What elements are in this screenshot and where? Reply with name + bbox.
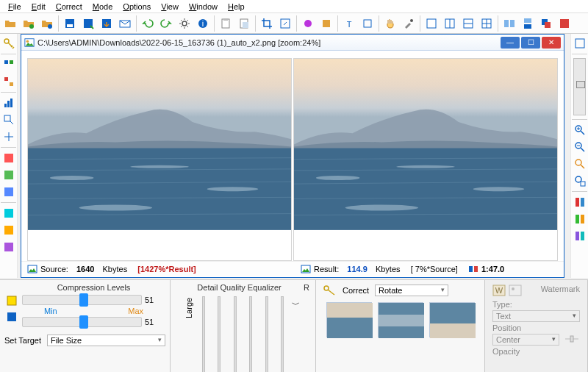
morecolor-b-icon[interactable]: [1, 222, 17, 238]
menu-edit[interactable]: Edit: [26, 1, 51, 12]
source-label: Source:: [40, 265, 68, 273]
color-b-icon[interactable]: [1, 167, 17, 183]
svg-point-0: [29, 24, 34, 29]
palette-b-icon[interactable]: [1, 74, 17, 90]
menu-window[interactable]: Window: [184, 1, 223, 12]
ratio-icon: [468, 264, 478, 274]
eq-sliders: [196, 296, 290, 372]
svg-point-73: [207, 187, 259, 191]
svg-rect-93: [327, 303, 373, 318]
compression-slider-2[interactable]: [22, 317, 142, 327]
eq-slider-6[interactable]: [279, 296, 285, 372]
menu-options[interactable]: Options: [118, 1, 156, 12]
rotate-thumb-3[interactable]: [429, 302, 475, 337]
menu-file[interactable]: File: [3, 1, 26, 12]
email-icon[interactable]: [116, 15, 134, 32]
menu-help[interactable]: Help: [223, 1, 250, 12]
swatch-c-icon[interactable]: [572, 228, 588, 244]
palette-a-icon[interactable]: [1, 57, 17, 73]
key-icon[interactable]: [1, 35, 17, 51]
stamp-icon[interactable]: [359, 15, 376, 32]
menu-mode[interactable]: Mode: [87, 1, 118, 12]
svg-rect-41: [7, 101, 10, 107]
eq-slider-2[interactable]: [216, 296, 222, 372]
color-c-icon[interactable]: [1, 184, 17, 200]
svg-rect-105: [570, 336, 573, 342]
menu-view[interactable]: View: [156, 1, 184, 12]
eq-slider-5[interactable]: [264, 296, 270, 372]
export-icon[interactable]: [98, 15, 115, 32]
fit-icon[interactable]: [572, 35, 588, 51]
undo-icon[interactable]: [139, 15, 157, 32]
crop-icon[interactable]: [258, 15, 276, 32]
left-toolbar: [0, 34, 18, 278]
source-unit: Kbytes: [103, 265, 128, 273]
eq-max-left-label: Max: [176, 296, 184, 372]
open-url-icon[interactable]: [38, 15, 56, 32]
resize-tool-icon[interactable]: [1, 112, 17, 128]
zoom-100-icon[interactable]: [572, 156, 588, 172]
equalizer-panel: Detail Quality Equalizer R Max ︿Large ﹀S…: [171, 280, 316, 372]
quality-preset-icon[interactable]: [4, 293, 19, 308]
text-tool-icon[interactable]: T: [340, 15, 358, 32]
svg-rect-20: [427, 19, 436, 28]
svg-rect-58: [576, 215, 579, 223]
help-icon[interactable]: i: [194, 15, 212, 32]
window-close-button[interactable]: ✕: [542, 37, 561, 49]
layout-grid-icon[interactable]: [478, 15, 495, 32]
flip-icon[interactable]: [1, 129, 17, 145]
rotate-thumb-1[interactable]: [326, 302, 372, 337]
compression-slider-1[interactable]: [22, 295, 142, 305]
set-target-combo[interactable]: File Size: [47, 335, 165, 346]
main-toolbar: i T: [0, 13, 588, 34]
layout-single-icon[interactable]: [423, 15, 440, 32]
eyedropper-icon[interactable]: [400, 15, 417, 32]
editor-titlebar[interactable]: C:\Users\ADMIN\Downloads\2022-06-15_1637…: [21, 35, 564, 51]
window-maximize-button[interactable]: ☐: [521, 37, 540, 49]
close-all-icon[interactable]: [556, 15, 573, 32]
eq-slider-3[interactable]: [232, 296, 238, 372]
effects-b-icon[interactable]: [318, 15, 335, 32]
cascade-icon[interactable]: [537, 15, 555, 32]
pan-icon[interactable]: [381, 15, 399, 32]
tile-v-icon[interactable]: [519, 15, 537, 32]
resize-icon[interactable]: [276, 15, 294, 32]
swatch-a-icon[interactable]: [572, 194, 588, 210]
source-image-pane[interactable]: [27, 58, 292, 261]
wm-opacity-label: Opacity: [492, 347, 520, 356]
window-minimize-button[interactable]: —: [501, 37, 520, 49]
menu-correct[interactable]: Correct: [51, 1, 87, 12]
morecolor-c-icon[interactable]: [1, 239, 17, 255]
paste-icon[interactable]: [235, 15, 253, 32]
settings-icon[interactable]: [176, 15, 193, 32]
save-as-icon[interactable]: [79, 15, 97, 32]
redo-icon[interactable]: [157, 15, 175, 32]
rotate-thumb-2[interactable]: [378, 302, 423, 337]
correct-mode-combo[interactable]: Rotate: [375, 285, 448, 296]
clipboard-icon[interactable]: [217, 15, 234, 32]
zoom-fit-icon[interactable]: [572, 173, 588, 189]
swatch-b-icon[interactable]: [572, 211, 588, 227]
layout-stack-icon[interactable]: [459, 15, 477, 32]
watermark-text-icon[interactable]: W: [492, 285, 506, 298]
result-image-pane[interactable]: [293, 58, 558, 261]
svg-rect-91: [7, 312, 16, 321]
open-file-icon[interactable]: [1, 15, 19, 32]
levels-icon[interactable]: [1, 95, 17, 111]
zoom-in-icon[interactable]: [572, 122, 588, 138]
open-recent-icon[interactable]: [20, 15, 37, 32]
morecolor-a-icon[interactable]: [1, 205, 17, 221]
effects-a-icon[interactable]: [299, 15, 317, 32]
result-size: 114.9: [347, 265, 368, 273]
zoom-out-icon[interactable]: [572, 139, 588, 155]
result-unit: Kbytes: [376, 265, 401, 273]
eq-slider-4[interactable]: [248, 296, 254, 372]
watermark-image-icon[interactable]: [509, 285, 522, 298]
color-a-icon[interactable]: [1, 150, 17, 166]
zoom-slider[interactable]: [573, 58, 586, 115]
tile-h-icon[interactable]: [501, 15, 518, 32]
layout-split-icon[interactable]: [441, 15, 459, 32]
quality-preset2-icon[interactable]: [4, 310, 19, 324]
eq-slider-1[interactable]: [201, 296, 207, 372]
save-icon[interactable]: [61, 15, 79, 32]
